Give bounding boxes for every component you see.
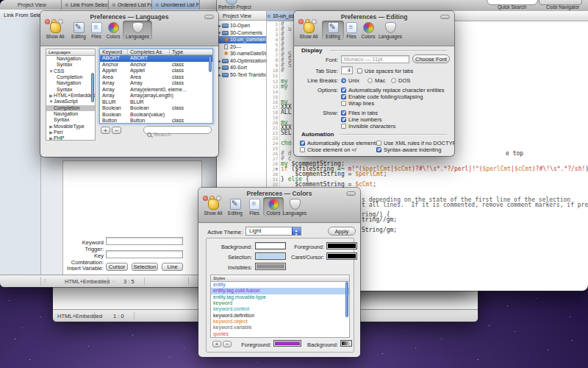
sidebar-item[interactable]: ▶Perl <box>46 130 95 135</box>
tab-size-field[interactable]: 4 <box>341 66 353 74</box>
table-row-selected[interactable]: ABORTABORT <box>100 55 212 62</box>
sidebar-item[interactable]: ▶MovableType <box>46 124 95 130</box>
line-button[interactable]: Line <box>162 263 183 271</box>
table-row[interactable]: BooleanBoolean(value) <box>100 112 212 118</box>
sidebar-item[interactable]: Syntax <box>46 117 95 123</box>
sidebar-item[interactable]: Syntax <box>46 62 95 68</box>
unix-radio[interactable] <box>341 78 346 83</box>
caret-cursor-swatch[interactable] <box>326 252 357 260</box>
sidebar-item[interactable]: Syntax <box>46 87 95 93</box>
toolbar-editing[interactable]: Editing <box>226 199 244 216</box>
table-row[interactable]: AppletAppletclass <box>100 68 212 74</box>
style-item[interactable]: keyword.object <box>211 319 349 325</box>
disclosure-down-icon[interactable]: ▼ <box>49 68 54 74</box>
table-row[interactable]: BLURBLUR <box>100 99 212 106</box>
tree-item-folder[interactable]: ▼30-Comments <box>217 29 266 37</box>
apply-button[interactable]: Apply <box>328 227 356 236</box>
font-field[interactable]: Monaco — 11pt <box>341 55 409 63</box>
disclosure-down-icon[interactable]: ▼ <box>49 99 54 105</box>
disclosure-right-icon[interactable]: ▶ <box>49 135 54 141</box>
column-header-completes-as[interactable]: Completes As <box>128 49 170 55</box>
close-element-on-checkbox[interactable] <box>300 147 305 152</box>
mac-radio-row[interactable]: Mac <box>368 77 385 84</box>
language-mode-label[interactable]: HTML+Embedded <box>57 313 102 319</box>
project-pane-header[interactable]: Project View <box>217 11 267 21</box>
remove-style-button[interactable]: − <box>223 341 232 347</box>
table-row[interactable]: ArrayArray(arrayLength) <box>100 93 212 99</box>
code-folding-checkbox[interactable] <box>341 94 346 99</box>
toolbar-files[interactable]: Files <box>89 22 104 39</box>
add-completion-button[interactable]: + <box>101 127 110 134</box>
disclosure-right-icon[interactable]: ▶ <box>49 130 54 135</box>
sidebar-item[interactable]: Completion <box>46 74 95 80</box>
table-row[interactable]: ArrayArrayclass <box>100 80 212 87</box>
tab-link-from-selection[interactable]: Link From Selection <box>61 0 108 10</box>
sidebar-item-selected[interactable]: Completion <box>46 105 95 111</box>
style-item[interactable]: keyword.definition <box>211 313 349 319</box>
splitter-grip-icon[interactable]: ⁞ <box>44 277 46 284</box>
invisible-characters-checkbox[interactable] <box>341 124 346 129</box>
theme-dropdown[interactable]: Light ▲▼ <box>245 227 301 236</box>
toolbar-show-all[interactable]: Show All <box>45 22 65 39</box>
cursor-button[interactable]: Cursor <box>106 263 128 271</box>
sidebar-item[interactable]: ▼CSS <box>46 68 95 74</box>
toolbar-colors-selected[interactable]: Colors <box>263 197 284 216</box>
style-item[interactable]: keyword.variable <box>211 325 349 330</box>
tree-item-selected[interactable]: ✱10-un_comment <box>217 36 266 43</box>
search-field[interactable]: Search <box>143 126 212 134</box>
popup-chevron-icon[interactable]: ⌵ <box>112 277 116 285</box>
table-row[interactable]: ArrayArray(element0, eleme… <box>100 87 212 93</box>
selection-button[interactable]: Selection <box>132 263 158 271</box>
close-elements-checkbox[interactable] <box>300 141 305 146</box>
tree-item-folder[interactable]: ▶40-Optimization <box>217 57 266 65</box>
completions-table[interactable]: Keyword Completes As Type ABORTABORT Anc… <box>99 49 213 124</box>
toolbar-files[interactable]: Files <box>247 199 262 216</box>
tab-unordered-list-selected[interactable]: Unordered List F… <box>151 0 200 10</box>
style-item[interactable]: keyword.control <box>211 306 349 312</box>
toolbar-languages[interactable]: Languages <box>282 199 307 216</box>
files-in-tabs-checkbox[interactable] <box>341 110 346 116</box>
table-row[interactable]: AreaAreaclass <box>100 74 212 81</box>
toolbar-editing[interactable]: Editing <box>70 22 87 39</box>
use-spaces-checkbox-row[interactable]: Use spaces for tabs <box>357 68 413 74</box>
style-item[interactable]: keyword <box>211 300 349 306</box>
sidebar-item[interactable]: Navigation <box>46 111 95 117</box>
keyword-trigger-field[interactable] <box>106 237 183 245</box>
style-background-swatch[interactable] <box>340 340 352 347</box>
source-list-pane[interactable] <box>0 20 41 275</box>
table-scrollbar[interactable] <box>209 56 212 72</box>
foreground-swatch[interactable] <box>326 242 357 250</box>
preferences-colors-window[interactable]: Preferences — Colors Show All Editing Fi… <box>198 188 360 357</box>
sidebar-item[interactable]: ▶HTML+Embedded <box>46 93 95 99</box>
sidebar-item[interactable]: Navigation <box>46 56 95 62</box>
tree-item-folder[interactable]: ▶10-Open <box>217 22 266 29</box>
column-header-type[interactable]: Type <box>170 49 212 55</box>
toolbar-toggle-capsule[interactable] <box>440 15 450 19</box>
dos-radio-row[interactable]: DOS <box>391 77 410 84</box>
tree-item-file[interactable]: ✱30-nameDateStr <box>217 50 266 57</box>
syntax-indent-checkbox[interactable] <box>376 147 381 152</box>
wrap-lines-checkbox[interactable] <box>341 101 346 106</box>
sidebar-scrollbar[interactable] <box>91 73 94 102</box>
disclosure-right-icon[interactable]: ▶ <box>49 93 54 99</box>
close-elements-row[interactable]: Automatically close elements <box>300 140 379 146</box>
table-row[interactable]: AnchorAnchorclass <box>100 62 212 68</box>
popup-chevron-icon[interactable]: ⌵ <box>98 312 103 319</box>
project-view-label[interactable]: Project View <box>18 2 46 7</box>
tab-ordered-list[interactable]: Ordered List Fro… <box>108 0 151 10</box>
preferences-languages-window[interactable]: Preferences — Languages Show All Editing… <box>40 11 218 157</box>
remove-completion-button[interactable]: − <box>112 127 121 134</box>
toolbar-languages[interactable]: Languages <box>378 22 403 39</box>
styles-list[interactable]: Styles entity entity.tag.cold-fusion ent… <box>210 275 350 338</box>
style-item[interactable]: entity <box>211 282 349 288</box>
toolbar-show-all[interactable]: Show All <box>298 22 319 39</box>
toolbar-languages-selected[interactable]: Languages <box>123 21 152 40</box>
languages-sidebar[interactable]: Languages Navigation Syntax ▼CSS Complet… <box>46 49 96 141</box>
sidebar-item[interactable]: ▼JavaScript <box>46 99 95 105</box>
unix-radio-row[interactable]: Unix <box>341 77 359 84</box>
dos-radio[interactable] <box>391 78 396 83</box>
style-item-selected[interactable]: entity.tag.cold-fusion <box>211 288 349 294</box>
column-header-keyword[interactable]: Keyword <box>100 49 128 55</box>
replace-entities-checkbox[interactable] <box>341 88 346 93</box>
toolbar-show-all[interactable]: Show All <box>203 199 223 216</box>
